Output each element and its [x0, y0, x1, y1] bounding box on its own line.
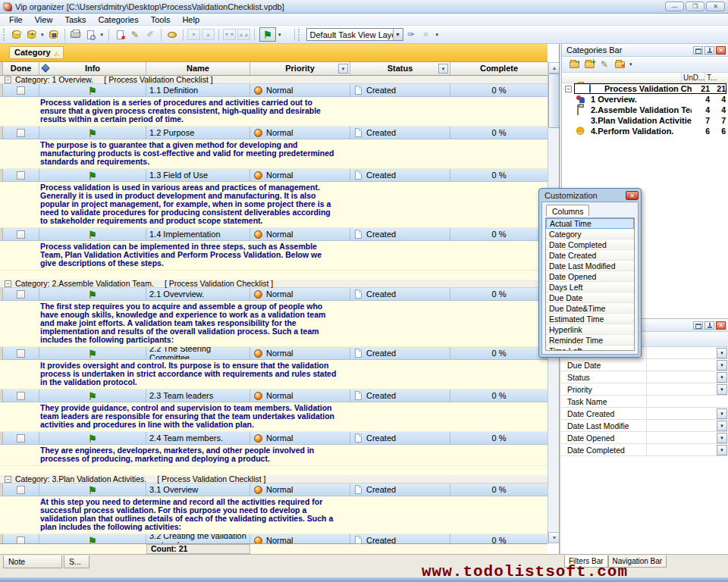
task-row[interactable]: ⚑3.2 Creating the validation protocolNor… [0, 534, 548, 543]
task-status-cell[interactable]: Created [350, 84, 450, 96]
done-checkbox[interactable] [17, 290, 25, 299]
print-icon[interactable] [68, 27, 83, 42]
task-row[interactable]: ⚑1.1 DefinitionNormalCreated0 % [0, 84, 548, 97]
tree-item-root[interactable]: −Process Validation Checklist2121 [562, 83, 728, 94]
filter-dropdown-icon[interactable]: ▼ [717, 372, 727, 383]
edit-task-icon[interactable]: ✎ [127, 27, 143, 42]
tree-item[interactable]: 1 Overview.44 [562, 94, 728, 105]
tree-collapse-icon[interactable]: − [565, 86, 572, 92]
column-header-name[interactable]: Name [146, 62, 250, 75]
category-row[interactable]: −Category: 3.Plan Validation Activities.… [0, 475, 548, 483]
task-name-cell[interactable]: 2.3 Team leaders [146, 390, 250, 402]
column-total[interactable]: T... [704, 73, 728, 83]
column-header-complete[interactable]: Complete [450, 62, 548, 75]
move-top-icon[interactable]: ▲▲ [237, 29, 250, 40]
new-subcategory-icon[interactable] [582, 58, 597, 71]
open-database-icon[interactable]: ➜ [24, 27, 39, 42]
task-info-cell[interactable]: ⚑ [39, 483, 146, 496]
task-name-cell[interactable]: 2.2 The Steering Committee. [146, 347, 250, 359]
task-row[interactable]: ⚑2.3 Team leadersNormalCreated0 % [0, 390, 548, 402]
minimize-button[interactable]: — [665, 2, 684, 11]
task-row[interactable]: ⚑2.1 Ovevrview.NormalCreated0 % [0, 288, 548, 301]
filters-restore-icon[interactable] [693, 321, 703, 330]
filter-value[interactable] [647, 444, 717, 455]
column-list-item[interactable]: Due Date [546, 293, 634, 303]
layout-combobox[interactable]: Default Task View Layout ▼ [306, 28, 403, 41]
task-status-cell[interactable]: Created [350, 347, 450, 359]
filter-value[interactable] [647, 396, 728, 407]
task-priority-cell[interactable]: Normal [250, 483, 350, 496]
save-layout-icon[interactable]: ✑ [403, 27, 419, 42]
column-list-item[interactable]: Days Left [546, 282, 634, 293]
filter-dropdown-icon[interactable]: ▼ [717, 445, 727, 455]
column-header-priority[interactable]: Priority▼ [250, 62, 350, 75]
column-undone[interactable]: UnD... [681, 73, 704, 83]
task-priority-cell[interactable]: Normal [250, 228, 350, 240]
filter-row[interactable]: Due Date▼ [561, 359, 728, 371]
task-complete-cell[interactable]: 0 % [450, 534, 548, 543]
filter-row[interactable]: Priority▼ [561, 383, 728, 396]
done-checkbox[interactable] [17, 171, 25, 180]
task-status-cell[interactable]: Created [350, 483, 450, 496]
task-name-cell[interactable]: 1.4 Implementation [146, 228, 250, 240]
task-name-cell[interactable]: 1.2 Purpose [146, 127, 250, 139]
group-by-category-button[interactable]: Category△ [9, 46, 64, 59]
column-list-item[interactable]: Estimated Time [546, 314, 634, 324]
task-complete-cell[interactable]: 0 % [450, 483, 548, 496]
task-complete-cell[interactable]: 0 % [450, 347, 548, 359]
filter-row[interactable]: Date Last Modifie▼ [561, 420, 728, 432]
column-list-item[interactable]: Category [546, 229, 634, 239]
task-name-cell[interactable]: 1.3 Field of Use [146, 169, 250, 181]
move-up-icon[interactable]: ▲ [202, 29, 215, 40]
task-priority-cell[interactable]: Normal [250, 288, 350, 300]
restore-button[interactable]: ❐ [686, 2, 704, 11]
task-status-cell[interactable]: Created [350, 169, 450, 181]
coin-icon[interactable] [165, 27, 180, 42]
task-info-cell[interactable]: ⚑ [39, 84, 146, 96]
task-name-cell[interactable]: 1.1 Definition [146, 84, 250, 96]
task-done-cell[interactable] [3, 347, 39, 359]
task-row[interactable]: ⚑1.3 Field of UseNormalCreated0 % [0, 169, 548, 182]
filter-dropdown-icon[interactable]: ▼ [717, 433, 727, 443]
filter-row[interactable]: Date Created▼ [561, 408, 728, 420]
done-checkbox[interactable] [17, 349, 25, 358]
task-priority-cell[interactable]: Normal [250, 84, 350, 96]
task-priority-cell[interactable]: Normal [250, 534, 350, 543]
delete-task-icon[interactable]: ✐ [143, 27, 158, 42]
task-priority-cell[interactable]: Normal [250, 432, 350, 444]
task-priority-cell[interactable]: Normal [250, 169, 350, 181]
tab-s[interactable]: S... [64, 555, 89, 568]
task-status-cell[interactable]: Created [350, 390, 450, 402]
tree-item[interactable]: 3.Plan Validation Activities.77 [562, 115, 728, 126]
tab-note[interactable]: Note [3, 555, 62, 568]
column-list-item[interactable]: Reminder Time [546, 335, 634, 346]
menu-view[interactable]: View [29, 14, 59, 25]
collapse-icon[interactable]: − [5, 280, 11, 287]
task-complete-cell[interactable]: 0 % [450, 84, 548, 96]
done-checkbox[interactable] [17, 434, 25, 443]
scroll-down-icon[interactable]: ▼ [548, 532, 560, 543]
column-list-item[interactable]: Date Created [546, 250, 634, 261]
task-row[interactable]: ⚑1.4 ImplementationNormalCreated0 % [0, 228, 548, 241]
collapse-icon[interactable]: − [5, 476, 11, 483]
menu-categories[interactable]: Categories [93, 14, 145, 25]
task-info-cell[interactable]: ⚑ [39, 390, 146, 402]
panel-pin-icon[interactable] [704, 46, 714, 55]
filter-value[interactable] [647, 420, 717, 431]
filter-value[interactable] [647, 383, 717, 395]
scroll-up-icon[interactable]: ▲ [548, 62, 560, 74]
categories-toolbar-dropdown-icon[interactable]: ▾ [627, 61, 635, 67]
open-dropdown-icon[interactable]: ▾ [39, 32, 46, 38]
column-list-item[interactable]: Date Last Modified [546, 261, 634, 271]
menu-tools[interactable]: Tools [145, 14, 177, 25]
filter-value[interactable] [647, 359, 717, 371]
filter-dropdown-icon[interactable]: ▼ [717, 360, 727, 371]
delete-category-icon[interactable] [612, 58, 627, 71]
done-checkbox[interactable] [17, 230, 25, 239]
flag-dropdown-icon[interactable]: ▾ [276, 32, 284, 38]
task-status-cell[interactable]: Created [350, 534, 450, 543]
tree-item[interactable]: 2.Assemble Validation Team44 [562, 105, 728, 115]
menu-help[interactable]: Help [176, 14, 206, 25]
scroll-thumb[interactable] [548, 74, 560, 128]
filter-dropdown-icon[interactable]: ▼ [717, 348, 727, 358]
